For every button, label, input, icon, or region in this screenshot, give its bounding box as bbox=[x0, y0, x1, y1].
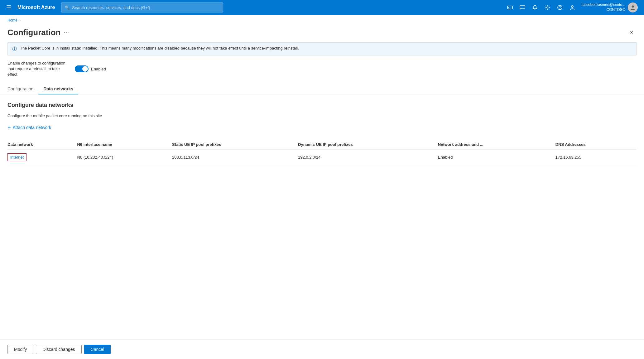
toggle-text: Enabled bbox=[91, 67, 106, 71]
settings-icon[interactable] bbox=[542, 2, 553, 13]
cell-n6-interface: N6 (10.232.43.0/24) bbox=[77, 149, 172, 165]
info-banner-text: The Packet Core is in install state: Ins… bbox=[20, 46, 299, 50]
svg-point-8 bbox=[632, 6, 634, 8]
more-options-button[interactable]: ··· bbox=[64, 29, 70, 36]
attach-label: Attach data network bbox=[13, 125, 51, 130]
close-button[interactable]: × bbox=[627, 27, 637, 37]
plus-icon: + bbox=[7, 124, 11, 131]
info-icon: ⓘ bbox=[12, 46, 17, 52]
topbar: ☰ Microsoft Azure 🔍 ? lassebertrasmen@co… bbox=[0, 0, 644, 15]
svg-rect-0 bbox=[507, 6, 512, 9]
toggle-slider bbox=[75, 65, 89, 72]
avatar bbox=[628, 2, 638, 12]
section-title: Configure data networks bbox=[7, 102, 637, 108]
cell-dynamic-ue: 192.0.2.0/24 bbox=[298, 149, 438, 165]
col-header-dynamic-ue: Dynamic UE IP pool prefixes bbox=[298, 140, 438, 150]
svg-rect-2 bbox=[520, 5, 525, 9]
data-networks-table: Data network N6 interface name Static UE… bbox=[7, 140, 637, 165]
col-header-dns: DNS Addresses bbox=[555, 140, 637, 150]
table-header-row: Data network N6 interface name Static UE… bbox=[7, 140, 637, 150]
user-profile[interactable]: lassebertrasmen@conto... CONTOSO bbox=[579, 2, 640, 12]
user-name: lassebertrasmen@conto... bbox=[582, 2, 625, 7]
main-content: Configure data networks Configure the mo… bbox=[0, 94, 644, 165]
search-icon: 🔍 bbox=[65, 5, 70, 10]
col-header-n6-interface: N6 interface name bbox=[77, 140, 172, 150]
cell-dns: 172.16.63.255 bbox=[555, 149, 637, 165]
directory-icon[interactable] bbox=[567, 2, 578, 13]
col-header-static-ue: Static UE IP pool prefixes bbox=[172, 140, 298, 150]
svg-point-4 bbox=[546, 7, 548, 8]
svg-text:?: ? bbox=[559, 6, 561, 9]
page-header: Configuration ··· × bbox=[0, 22, 644, 37]
help-icon[interactable]: ? bbox=[554, 2, 565, 13]
breadcrumb-home[interactable]: Home bbox=[7, 18, 17, 22]
cloud-shell-icon[interactable] bbox=[504, 2, 516, 13]
search-input[interactable] bbox=[72, 5, 220, 10]
toggle-wrapper: Enabled bbox=[75, 65, 106, 72]
notifications-icon[interactable] bbox=[529, 2, 541, 13]
svg-point-7 bbox=[571, 6, 573, 7]
breadcrumb: Home › bbox=[0, 15, 644, 22]
enable-label: Enable changes to configuration that req… bbox=[7, 60, 70, 78]
hamburger-menu[interactable]: ☰ bbox=[4, 3, 14, 12]
user-org: CONTOSO bbox=[582, 7, 625, 12]
feedback-icon[interactable] bbox=[517, 2, 528, 13]
page-title: Configuration bbox=[7, 28, 60, 37]
cell-static-ue: 203.0.113.0/24 bbox=[172, 149, 298, 165]
cell-network-address: Enabled bbox=[438, 149, 555, 165]
tab-configuration[interactable]: Configuration bbox=[7, 84, 38, 94]
enable-changes-row: Enable changes to configuration that req… bbox=[0, 55, 644, 78]
search-bar[interactable]: 🔍 bbox=[61, 2, 223, 12]
breadcrumb-separator: › bbox=[19, 18, 21, 22]
table-row: internet N6 (10.232.43.0/24) 203.0.113.0… bbox=[7, 149, 637, 165]
cell-data-network: internet bbox=[7, 149, 77, 165]
info-banner: ⓘ The Packet Core is in install state: I… bbox=[7, 42, 637, 55]
user-info: lassebertrasmen@conto... CONTOSO bbox=[582, 2, 625, 12]
attach-data-network-button[interactable]: + Attach data network bbox=[7, 123, 51, 132]
topbar-icons: ? lassebertrasmen@conto... CONTOSO bbox=[504, 2, 640, 13]
reinstall-toggle[interactable] bbox=[75, 65, 89, 72]
col-header-data-network: Data network bbox=[7, 140, 77, 150]
azure-logo: Microsoft Azure bbox=[17, 5, 55, 10]
tab-data-networks[interactable]: Data networks bbox=[38, 84, 78, 94]
internet-link[interactable]: internet bbox=[7, 153, 26, 161]
section-desc: Configure the mobile packet core running… bbox=[7, 113, 637, 118]
tabs: Configuration Data networks bbox=[0, 78, 644, 94]
col-header-network-address: Network address and ... bbox=[438, 140, 555, 150]
page-header-left: Configuration ··· bbox=[7, 28, 70, 37]
